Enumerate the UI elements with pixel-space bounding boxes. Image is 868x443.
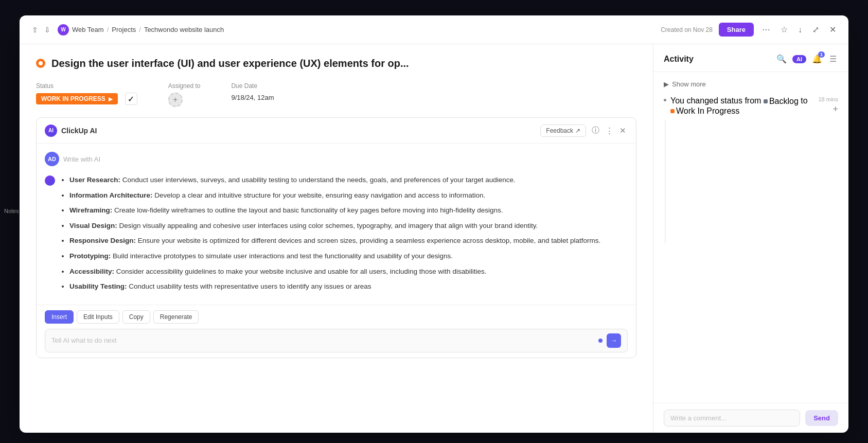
more-options-button[interactable]: ⋯ xyxy=(760,23,772,37)
team-icon: W xyxy=(58,24,69,36)
ai-panel-footer: Insert Edit Inputs Copy Regenerate → xyxy=(37,305,636,358)
ai-panel-title: ClickUp AI xyxy=(61,127,536,135)
ai-panel: AI ClickUp AI Feedback ↗ ⓘ ⋮ ✕ AD xyxy=(36,117,636,358)
status-from-chip: Backlog xyxy=(764,97,799,106)
status-badge-arrow: ▶ xyxy=(109,96,113,102)
ai-status-dot xyxy=(598,339,603,343)
ai-chip-label: AI xyxy=(796,56,802,62)
ai-tell-input[interactable] xyxy=(51,336,594,344)
ai-list: User Research: Conduct user interviews, … xyxy=(61,174,600,296)
breadcrumb-sep-2: / xyxy=(139,26,141,33)
star-button[interactable]: ☆ xyxy=(778,23,790,37)
task-meta: Status WORK IN PROGRESS ▶ ✓ Assigned to … xyxy=(36,82,636,107)
status-group: Status WORK IN PROGRESS ▶ ✓ xyxy=(36,82,137,107)
activity-header: Activity 🔍 AI 🔔 1 ☰ xyxy=(653,44,848,72)
close-button[interactable]: ✕ xyxy=(827,23,838,37)
edit-inputs-button[interactable]: Edit Inputs xyxy=(77,310,119,324)
notification-badge: 1 xyxy=(818,51,825,58)
write-with-ai-row: AD Write with AI xyxy=(45,152,628,166)
download-button[interactable]: ↓ xyxy=(796,23,804,37)
activity-notification-button[interactable]: 🔔 1 xyxy=(810,52,824,65)
comment-area: Send xyxy=(653,403,848,433)
task-title-row: Design the user interface (UI) and user … xyxy=(36,57,636,70)
assignee-group: Assigned to + xyxy=(168,82,201,107)
list-item: Wireframing: Create low-fidelity wirefra… xyxy=(69,205,600,216)
breadcrumb-projects[interactable]: Projects xyxy=(112,26,136,33)
ai-info-button[interactable]: ⓘ xyxy=(590,124,601,137)
ai-action-buttons: Insert Edit Inputs Copy Regenerate xyxy=(45,310,628,324)
activity-search-button[interactable]: 🔍 xyxy=(775,52,788,65)
modal-body: Design the user interface (UI) and user … xyxy=(20,44,848,433)
breadcrumb: W Web Team / Projects / Techwondo websit… xyxy=(58,24,656,36)
status-to-dot xyxy=(670,109,675,113)
regenerate-button[interactable]: Regenerate xyxy=(153,310,199,324)
expand-button[interactable]: ⤢ xyxy=(810,23,821,37)
main-content: Design the user interface (UI) and user … xyxy=(20,44,653,433)
list-item: Information Architecture: Develop a clea… xyxy=(69,190,600,201)
nav-down-button[interactable]: ⇩ xyxy=(42,25,52,35)
list-item: Prototyping: Build interactive prototype… xyxy=(69,251,600,262)
assignee-avatar[interactable]: + xyxy=(168,93,183,107)
breadcrumb-team[interactable]: Web Team xyxy=(72,26,104,33)
modal-header: ⇧ ⇩ W Web Team / Projects / Techwondo we… xyxy=(20,15,848,44)
ai-panel-header: AI ClickUp AI Feedback ↗ ⓘ ⋮ ✕ xyxy=(37,118,636,144)
due-date-value: 9/18/24, 12am xyxy=(231,94,274,101)
status-badge[interactable]: WORK IN PROGRESS ▶ xyxy=(36,93,118,104)
show-more-button[interactable]: ▶ Show more xyxy=(664,80,706,88)
header-right: Created on Nov 28 Share ⋯ ☆ ↓ ⤢ ✕ xyxy=(661,23,838,37)
activity-ai-chip[interactable]: AI xyxy=(792,55,806,63)
send-comment-button[interactable]: Send xyxy=(805,410,838,426)
ai-input-row: → xyxy=(45,329,628,352)
list-item: Visual Design: Design visually appealing… xyxy=(69,220,600,232)
activity-timeline-line xyxy=(665,120,666,243)
list-item: Responsive Design: Ensure your website i… xyxy=(69,235,600,246)
activity-item-dot xyxy=(664,99,666,101)
status-check[interactable]: ✓ xyxy=(125,93,137,105)
activity-add-button[interactable]: + xyxy=(832,104,838,114)
list-item: Accessibility: Consider accessibility gu… xyxy=(69,266,600,277)
status-label: Status xyxy=(36,82,137,90)
nav-up-button[interactable]: ⇧ xyxy=(30,25,40,35)
chevron-right-icon: ▶ xyxy=(664,80,669,88)
activity-content: ▶ Show more You changed status from Back… xyxy=(653,72,848,403)
ai-panel-actions: ⓘ ⋮ ✕ xyxy=(590,124,628,137)
ai-more-button[interactable]: ⋮ xyxy=(604,125,615,137)
show-more-label: Show more xyxy=(672,80,706,88)
modal-nav: ⇧ ⇩ xyxy=(30,25,52,35)
list-item: Usability Testing: Conduct usability tes… xyxy=(69,281,600,292)
feedback-external-icon: ↗ xyxy=(575,127,580,134)
insert-button[interactable]: Insert xyxy=(45,310,74,324)
user-avatar: AD xyxy=(45,152,59,166)
ai-close-button[interactable]: ✕ xyxy=(618,125,628,137)
share-button[interactable]: Share xyxy=(719,23,754,37)
comment-input[interactable] xyxy=(664,410,800,427)
activity-filter-button[interactable]: ☰ xyxy=(828,52,838,65)
activity-text-prefix: You changed status from xyxy=(670,96,761,105)
due-date-label: Due Date xyxy=(231,82,274,90)
copy-button[interactable]: Copy xyxy=(122,310,150,324)
activity-title: Activity xyxy=(664,55,769,64)
due-date-group: Due Date 9/18/24, 12am xyxy=(231,82,274,107)
activity-to-text: to xyxy=(801,96,807,105)
task-title: Design the user interface (UI) and user … xyxy=(51,57,409,70)
task-modal: ⇧ ⇩ W Web Team / Projects / Techwondo we… xyxy=(20,15,848,433)
activity-icons: 🔍 AI 🔔 1 ☰ xyxy=(775,52,838,65)
ai-send-button[interactable]: → xyxy=(607,333,621,348)
feedback-label: Feedback xyxy=(546,127,573,134)
activity-item-text: You changed status from Backlog to Work … xyxy=(670,96,814,116)
status-to-label: Work In Progress xyxy=(676,107,739,116)
status-to-chip: Work In Progress xyxy=(670,107,739,116)
list-item: User Research: Conduct user interviews, … xyxy=(69,174,600,186)
feedback-button[interactable]: Feedback ↗ xyxy=(540,125,586,137)
status-from-label: Backlog xyxy=(769,97,799,106)
ai-response: User Research: Conduct user interviews, … xyxy=(45,174,628,296)
ai-response-dot xyxy=(45,175,55,186)
ai-content-area: AD Write with AI User Research: Conduct … xyxy=(37,144,636,305)
status-from-dot xyxy=(764,99,768,103)
activity-time: 18 mins xyxy=(818,96,838,102)
breadcrumb-project: Techwondo website launch xyxy=(144,26,224,33)
activity-item-row: You changed status from Backlog to Work … xyxy=(664,96,838,116)
created-label: Created on Nov 28 xyxy=(661,26,713,33)
ai-logo: AI xyxy=(45,125,57,137)
write-ai-prompt: Write with AI xyxy=(63,155,100,163)
